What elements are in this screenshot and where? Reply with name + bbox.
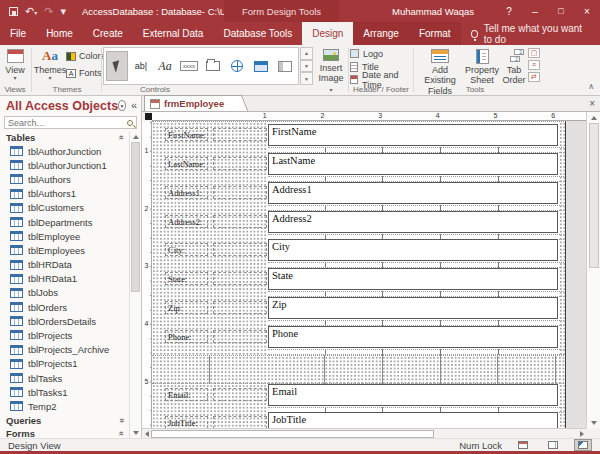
ribbon-tab[interactable]: Home [36,22,83,45]
layout-empty-cell[interactable] [213,301,267,314]
scroll-right-icon[interactable] [577,429,586,439]
search-icon[interactable] [127,120,133,126]
nav-scrollbar[interactable] [129,131,141,438]
field-label[interactable]: Phone: [165,330,208,343]
field-label[interactable]: State: [165,272,208,285]
field-textbox[interactable]: Zip [268,297,558,319]
layout-empty-cell[interactable] [213,243,267,256]
hyperlink-control-icon[interactable] [226,51,248,81]
scroll-up-icon[interactable] [130,131,141,142]
scroll-down-icon[interactable] [130,427,141,438]
field-label[interactable]: LastName: [165,157,208,170]
field-textbox[interactable]: Address2 [268,211,558,233]
scrollbar-thumb[interactable] [131,142,140,292]
field-label[interactable]: Zip: [165,301,208,314]
maximize-button[interactable]: □ [548,0,574,22]
layout-empty-cell[interactable] [213,330,267,343]
nav-item-table[interactable]: tblTasks [0,371,128,385]
gallery-scroll-up-icon[interactable]: ▲ [300,47,313,60]
collapse-ribbon-icon[interactable]: ∧ [588,82,594,91]
ribbon-tab[interactable]: File [0,22,36,45]
gallery-more-icon[interactable]: ▼ [300,72,313,85]
nav-group-tables[interactable]: Tables » [0,131,128,144]
tab-order-button[interactable]: 22 Tab Order [501,46,527,86]
shutter-bar-close-icon[interactable]: « [131,100,137,111]
nav-item-table[interactable]: tblHRData1 [0,272,128,286]
close-document-icon[interactable]: × [589,99,595,109]
collapse-group-icon[interactable]: » [117,431,126,436]
vertical-ruler[interactable]: 12345 [142,121,152,428]
horizontal-scrollbar[interactable] [142,428,586,438]
property-sheet-button[interactable]: Property Sheet [465,46,499,86]
tab-control-icon[interactable] [202,51,224,81]
field-label[interactable]: Address1: [165,186,208,199]
nav-item-table[interactable]: tblAuthors1 [0,187,128,201]
select-pointer-icon[interactable] [106,51,128,81]
layout-empty-cell[interactable] [213,388,267,401]
field-textbox[interactable]: Address1 [268,182,558,204]
field-textbox[interactable]: LastName [268,153,558,175]
layout-empty-cell[interactable] [213,272,267,285]
help-button[interactable]: ? [496,0,522,22]
ribbon-tab[interactable]: Design [302,22,353,45]
web-browser-control-icon[interactable] [250,51,272,81]
field-label[interactable]: FirstName: [165,128,208,141]
nav-item-table[interactable]: tblJobs [0,286,128,300]
field-textbox[interactable]: Email [268,384,558,406]
close-button[interactable]: × [574,0,600,22]
button-control-icon[interactable]: xxxx [178,51,200,81]
text-box-control-icon[interactable]: ab| [130,51,152,81]
nav-item-table[interactable]: Temp2 [0,399,128,413]
nav-item-table[interactable]: tblCustomers [0,201,128,215]
field-label[interactable]: Address2: [165,215,208,228]
collapse-group-icon[interactable]: » [117,135,126,140]
logo-button[interactable]: Logo [350,47,412,60]
nav-item-table[interactable]: tblDepartments [0,215,128,229]
scrollbar-thumb[interactable] [589,123,599,268]
ribbon-tab[interactable]: Database Tools [213,22,302,45]
view-button[interactable]: View ▾ [0,46,30,82]
scrollbar-thumb[interactable] [151,430,434,438]
nav-pane-menu-icon[interactable]: ▼ [118,100,126,111]
form-view-button[interactable] [514,439,532,451]
layout-empty-cell[interactable] [213,157,267,170]
customize-qat-icon[interactable]: ▾ [60,6,66,17]
field-textbox[interactable]: City [268,239,558,261]
ribbon-tab[interactable]: Format [409,22,461,45]
undo-icon[interactable]: ↶▾ [25,6,37,17]
scroll-up-icon[interactable] [587,112,600,123]
field-label[interactable]: Email: [165,388,208,401]
navigation-control-icon[interactable] [274,51,296,81]
tell-me-box[interactable]: Tell me what you want to do [461,22,600,45]
design-view-button[interactable] [574,439,592,451]
nav-item-table[interactable]: tblProjects1 [0,357,128,371]
minimize-button[interactable]: – [522,0,548,22]
nav-item-table[interactable]: tblEmployee [0,229,128,243]
nav-item-table[interactable]: tblOrdersDetails [0,314,128,328]
nav-item-table[interactable]: tblAuthorJunction1 [0,158,128,172]
nav-group-forms[interactable]: Forms » [0,427,128,438]
nav-item-table[interactable]: tblAuthorJunction [0,144,128,158]
ribbon-tab[interactable]: External Data [133,22,214,45]
horizontal-ruler[interactable]: 1234567 [152,112,586,121]
subform-new-window-icon[interactable]: ▢ [528,48,540,58]
label-control-icon[interactable]: Aa [154,51,176,81]
nav-item-table[interactable]: tblOrders [0,300,128,314]
layout-empty-cell[interactable] [213,416,267,428]
datasheet-view-button[interactable] [544,439,562,451]
form-selector-box[interactable] [145,113,152,120]
search-input[interactable] [8,118,127,128]
insert-image-button[interactable]: Insert Image ▾ [316,46,346,94]
field-textbox[interactable]: JobTitle [268,412,558,428]
layout-empty-cell[interactable] [213,215,267,228]
field-label[interactable]: City: [165,243,208,256]
nav-item-table[interactable]: tblProjects_Archive [0,343,128,357]
themes-button[interactable]: Aa Themes ▾ [35,46,65,82]
expand-group-icon[interactable]: » [117,418,126,423]
view-code-icon[interactable]: ≡ [528,60,540,70]
field-label[interactable]: JobTitle: [165,416,208,428]
nav-group-queries[interactable]: Queries » [0,414,128,427]
scroll-left-icon[interactable] [142,429,151,439]
account-name[interactable]: Muhammad Waqas [392,6,474,17]
vertical-scrollbar[interactable] [586,112,600,428]
